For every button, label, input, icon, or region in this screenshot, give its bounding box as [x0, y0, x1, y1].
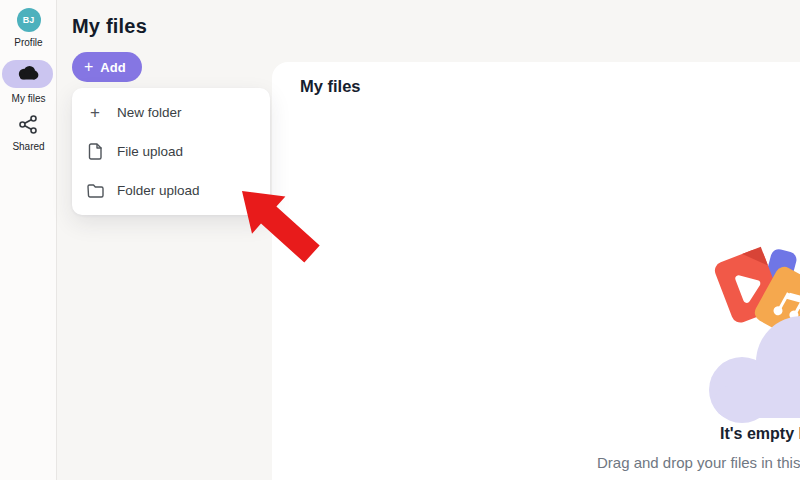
- avatar[interactable]: BJ: [17, 8, 41, 32]
- cloud-shape: [709, 316, 800, 423]
- active-pill: [2, 60, 53, 88]
- sidebar: BJ Profile My files: [0, 0, 57, 480]
- menu-item-folder-upload[interactable]: Folder upload: [72, 171, 270, 210]
- cloud-icon: [16, 64, 40, 85]
- add-button-label: Add: [100, 60, 125, 75]
- avatar-initials: BJ: [23, 15, 35, 25]
- share-icon: [0, 112, 57, 136]
- sidebar-item-shared[interactable]: Shared: [0, 112, 57, 152]
- empty-state-illustration: [690, 240, 800, 425]
- sidebar-item-label: Profile: [0, 37, 57, 48]
- sidebar-item-label: Shared: [0, 141, 57, 152]
- add-dropdown-menu: + New folder File upload Folder upload: [72, 88, 270, 215]
- sidebar-item-my-files[interactable]: My files: [0, 60, 57, 104]
- file-icon: [86, 143, 104, 160]
- plus-icon: +: [86, 104, 104, 121]
- menu-item-new-folder[interactable]: + New folder: [72, 93, 270, 132]
- empty-state-title: It's empty here: [720, 425, 800, 443]
- page-title: My files: [72, 15, 147, 38]
- files-panel: My files: [272, 62, 800, 480]
- folder-icon: [86, 184, 104, 198]
- menu-item-label: Folder upload: [117, 183, 200, 198]
- menu-item-file-upload[interactable]: File upload: [72, 132, 270, 171]
- sidebar-item-label: My files: [0, 93, 57, 104]
- sidebar-item-profile[interactable]: BJ Profile: [0, 8, 57, 48]
- empty-state-subtitle: Drag and drop your files in this area: [597, 454, 800, 471]
- menu-item-label: File upload: [117, 144, 183, 159]
- add-button[interactable]: + Add: [72, 52, 142, 82]
- panel-title: My files: [300, 77, 361, 96]
- plus-icon: +: [84, 59, 93, 75]
- menu-item-label: New folder: [117, 105, 182, 120]
